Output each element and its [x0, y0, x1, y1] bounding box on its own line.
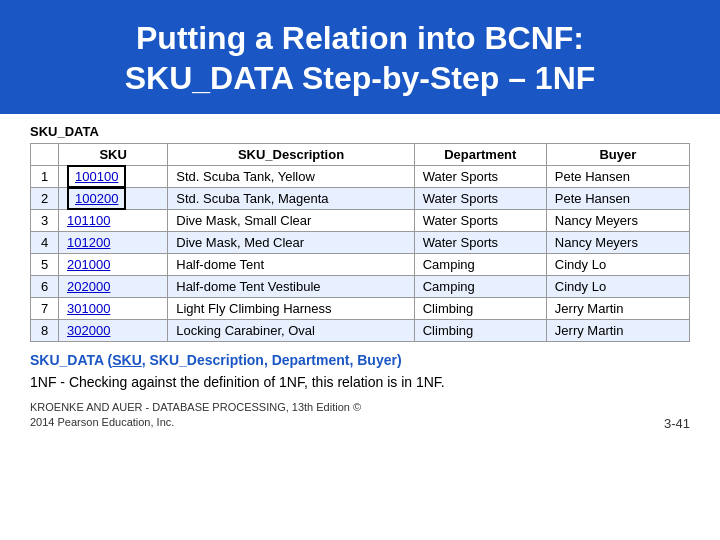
cell-num: 2 [31, 188, 59, 210]
sku-data-table: SKU SKU_Description Department Buyer 110… [30, 143, 690, 342]
cell-buyer: Nancy Meyers [546, 232, 689, 254]
cell-desc: Std. Scuba Tank, Yellow [168, 166, 414, 188]
col-buyer: Buyer [546, 144, 689, 166]
footer-line1: KROENKE AND AUER - DATABASE PROCESSING, … [30, 400, 361, 415]
schema-rest: , SKU_Description, Department, Buyer) [142, 352, 402, 368]
cell-sku: 301000 [59, 298, 168, 320]
cell-desc: Light Fly Climbing Harness [168, 298, 414, 320]
cell-buyer: Jerry Martin [546, 320, 689, 342]
cell-desc: Half-dome Tent Vestibule [168, 276, 414, 298]
cell-buyer: Nancy Meyers [546, 210, 689, 232]
cell-sku: 101100 [59, 210, 168, 232]
table-row: 8302000Locking Carabiner, OvalClimbingJe… [31, 320, 690, 342]
footer-line2: 2014 Pearson Education, Inc. [30, 415, 361, 430]
table-label: SKU_DATA [30, 124, 690, 139]
nf-description: 1NF - Checking against the definition of… [30, 374, 690, 390]
cell-desc: Dive Mask, Small Clear [168, 210, 414, 232]
cell-buyer: Cindy Lo [546, 254, 689, 276]
col-num [31, 144, 59, 166]
cell-sku: 100200 [59, 188, 168, 210]
cell-sku: 201000 [59, 254, 168, 276]
table-row: 7301000Light Fly Climbing HarnessClimbin… [31, 298, 690, 320]
table-row: 2100200Std. Scuba Tank, MagentaWater Spo… [31, 188, 690, 210]
cell-sku: 202000 [59, 276, 168, 298]
cell-desc: Locking Carabiner, Oval [168, 320, 414, 342]
schema-sku: SKU [112, 352, 142, 368]
cell-dept: Water Sports [414, 210, 546, 232]
table-row: 5201000Half-dome TentCampingCindy Lo [31, 254, 690, 276]
cell-num: 3 [31, 210, 59, 232]
cell-sku: 302000 [59, 320, 168, 342]
footer-page: 3-41 [664, 416, 690, 431]
schema-line: SKU_DATA (SKU, SKU_Description, Departme… [30, 352, 690, 368]
cell-num: 8 [31, 320, 59, 342]
cell-dept: Water Sports [414, 188, 546, 210]
cell-desc: Dive Mask, Med Clear [168, 232, 414, 254]
cell-buyer: Cindy Lo [546, 276, 689, 298]
cell-dept: Water Sports [414, 166, 546, 188]
cell-dept: Camping [414, 254, 546, 276]
cell-desc: Half-dome Tent [168, 254, 414, 276]
table-row: 6202000Half-dome Tent VestibuleCampingCi… [31, 276, 690, 298]
cell-buyer: Pete Hansen [546, 188, 689, 210]
cell-num: 1 [31, 166, 59, 188]
cell-desc: Std. Scuba Tank, Magenta [168, 188, 414, 210]
cell-buyer: Pete Hansen [546, 166, 689, 188]
footer: KROENKE AND AUER - DATABASE PROCESSING, … [30, 400, 690, 431]
footer-left: KROENKE AND AUER - DATABASE PROCESSING, … [30, 400, 361, 431]
header-line2: SKU_DATA Step-by-Step – 1NF [20, 58, 700, 98]
cell-sku: 101200 [59, 232, 168, 254]
col-dept: Department [414, 144, 546, 166]
col-sku: SKU [59, 144, 168, 166]
cell-num: 7 [31, 298, 59, 320]
cell-dept: Climbing [414, 320, 546, 342]
col-desc: SKU_Description [168, 144, 414, 166]
table-row: 1100100Std. Scuba Tank, YellowWater Spor… [31, 166, 690, 188]
cell-buyer: Jerry Martin [546, 298, 689, 320]
cell-num: 4 [31, 232, 59, 254]
schema-label: SKU_DATA ( [30, 352, 112, 368]
cell-dept: Climbing [414, 298, 546, 320]
header: Putting a Relation into BCNF: SKU_DATA S… [0, 0, 720, 114]
cell-num: 6 [31, 276, 59, 298]
header-line1: Putting a Relation into BCNF: [20, 18, 700, 58]
cell-dept: Camping [414, 276, 546, 298]
cell-num: 5 [31, 254, 59, 276]
table-row: 4101200Dive Mask, Med ClearWater SportsN… [31, 232, 690, 254]
table-row: 3101100Dive Mask, Small ClearWater Sport… [31, 210, 690, 232]
cell-sku: 100100 [59, 166, 168, 188]
cell-dept: Water Sports [414, 232, 546, 254]
